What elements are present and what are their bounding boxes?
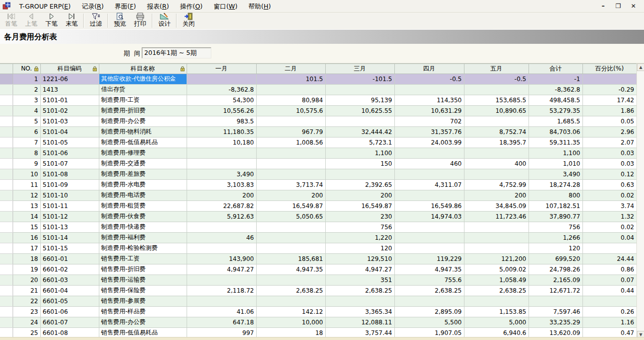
cell[interactable]: 6601-06: [40, 306, 99, 317]
cell[interactable]: [256, 158, 325, 169]
cell[interactable]: 5,912.63: [187, 211, 256, 222]
row-indicator[interactable]: [0, 169, 13, 179]
cell[interactable]: 3,103.83: [187, 179, 256, 190]
cell[interactable]: 4,947.27: [187, 264, 256, 275]
cell[interactable]: 4,752.99: [464, 179, 529, 190]
cell[interactable]: 13: [13, 200, 40, 211]
cell[interactable]: [582, 74, 636, 84]
restore-icon[interactable]: ❐: [615, 3, 622, 10]
cell[interactable]: 5101-08: [40, 169, 99, 179]
cell[interactable]: 11: [13, 179, 40, 190]
cell[interactable]: 14,974.03: [394, 211, 464, 222]
cell[interactable]: 5,000: [464, 317, 529, 327]
cell[interactable]: 0.86: [582, 264, 636, 275]
cell[interactable]: 销售费用-保险费: [99, 285, 187, 296]
cell[interactable]: [325, 296, 394, 306]
cell[interactable]: 5101-02: [40, 105, 99, 116]
cell[interactable]: 制造费用-租赁费: [99, 200, 187, 211]
cell[interactable]: 1,685.5: [529, 116, 582, 126]
cell[interactable]: 200: [256, 190, 325, 200]
cell[interactable]: 0.07: [582, 275, 636, 285]
cell[interactable]: 31,357.76: [394, 126, 464, 137]
menu-item-报表[interactable]: 报表(R): [142, 0, 174, 13]
cell[interactable]: [464, 169, 529, 179]
cell[interactable]: 16: [13, 232, 40, 243]
cell[interactable]: [256, 169, 325, 179]
menu-item-操作[interactable]: 操作(O): [174, 0, 208, 13]
cell[interactable]: 19: [13, 264, 40, 275]
cell[interactable]: 53,279.35: [529, 105, 582, 116]
row-indicator[interactable]: [0, 137, 13, 148]
cell[interactable]: 0.02: [582, 190, 636, 200]
cell[interactable]: 107,182.51: [529, 200, 582, 211]
cell[interactable]: 22,687.82: [187, 200, 256, 211]
cell[interactable]: 制造费用-福利费: [99, 232, 187, 243]
cell[interactable]: 59,311.35: [529, 137, 582, 148]
menu-item-帮助[interactable]: 帮助(H): [243, 0, 276, 13]
cell[interactable]: 460: [394, 158, 464, 169]
cell[interactable]: 7: [13, 137, 40, 148]
cell[interactable]: 6601-07: [40, 317, 99, 327]
cell[interactable]: 18: [256, 327, 325, 338]
cell[interactable]: 800: [529, 190, 582, 200]
cell[interactable]: 647.18: [187, 317, 256, 327]
cell[interactable]: 6,940.6: [464, 327, 529, 338]
cell[interactable]: 制造费用-快递费: [99, 222, 187, 232]
cell[interactable]: [394, 84, 464, 95]
cell[interactable]: 0.47: [582, 327, 636, 338]
row-indicator[interactable]: [0, 253, 13, 264]
cell[interactable]: 230: [325, 211, 394, 222]
cell[interactable]: 1,907.05: [394, 327, 464, 338]
cell[interactable]: 制造费用-低值易耗品: [99, 137, 187, 148]
cell[interactable]: 200: [325, 190, 394, 200]
column-header-百分比(%)[interactable]: 百分比(%): [582, 64, 636, 74]
cell[interactable]: 351: [325, 275, 394, 285]
cell[interactable]: 142.12: [256, 306, 325, 317]
cell[interactable]: [187, 275, 256, 285]
cell[interactable]: [464, 232, 529, 243]
cell[interactable]: 11,180.35: [187, 126, 256, 137]
row-indicator[interactable]: [0, 275, 13, 285]
cell[interactable]: 10,631.29: [394, 105, 464, 116]
cell[interactable]: 20: [13, 275, 40, 285]
cell[interactable]: 120: [325, 243, 394, 253]
cell[interactable]: 6601-03: [40, 275, 99, 285]
row-indicator[interactable]: [0, 84, 13, 95]
cell[interactable]: 5101-09: [40, 179, 99, 190]
cell[interactable]: 制造费用-修理费: [99, 148, 187, 158]
cell[interactable]: 983.5: [187, 116, 256, 126]
cell[interactable]: 34,845.09: [464, 200, 529, 211]
row-indicator[interactable]: [0, 327, 13, 338]
cell[interactable]: 10: [13, 169, 40, 179]
row-indicator[interactable]: [0, 200, 13, 211]
cell[interactable]: -1: [529, 74, 582, 84]
cell[interactable]: [325, 84, 394, 95]
toolbar-button-末笔[interactable]: 末笔: [62, 13, 82, 29]
cell[interactable]: 5101-01: [40, 95, 99, 105]
cell[interactable]: 702: [394, 116, 464, 126]
cell[interactable]: 498,458.5: [529, 95, 582, 105]
cell[interactable]: [394, 222, 464, 232]
cell[interactable]: 制造费用-伙食费: [99, 211, 187, 222]
cell[interactable]: 制造费用-物料消耗: [99, 126, 187, 137]
cell[interactable]: 17: [13, 243, 40, 253]
cell[interactable]: 1,010: [529, 158, 582, 169]
cell[interactable]: 1,153.85: [464, 306, 529, 317]
cell[interactable]: 3,757.44: [325, 327, 394, 338]
cell[interactable]: 6601-08: [40, 327, 99, 338]
cell[interactable]: 6601-05: [40, 296, 99, 306]
cell[interactable]: 销售费用-运输费: [99, 275, 187, 285]
row-indicator[interactable]: [0, 232, 13, 243]
cell[interactable]: [256, 222, 325, 232]
cell[interactable]: 销售费用-样品费: [99, 306, 187, 317]
cell[interactable]: 1,008.56: [256, 137, 325, 148]
cell[interactable]: 5101-03: [40, 116, 99, 126]
cell[interactable]: 1.16: [582, 317, 636, 327]
cell[interactable]: 1,100: [325, 148, 394, 158]
cell[interactable]: 101.5: [256, 74, 325, 84]
cell[interactable]: [464, 296, 529, 306]
cell[interactable]: 制造费用-电话费: [99, 190, 187, 200]
cell[interactable]: 24.44: [582, 253, 636, 264]
cell[interactable]: 18,274.28: [529, 179, 582, 190]
cell[interactable]: 8: [13, 148, 40, 158]
